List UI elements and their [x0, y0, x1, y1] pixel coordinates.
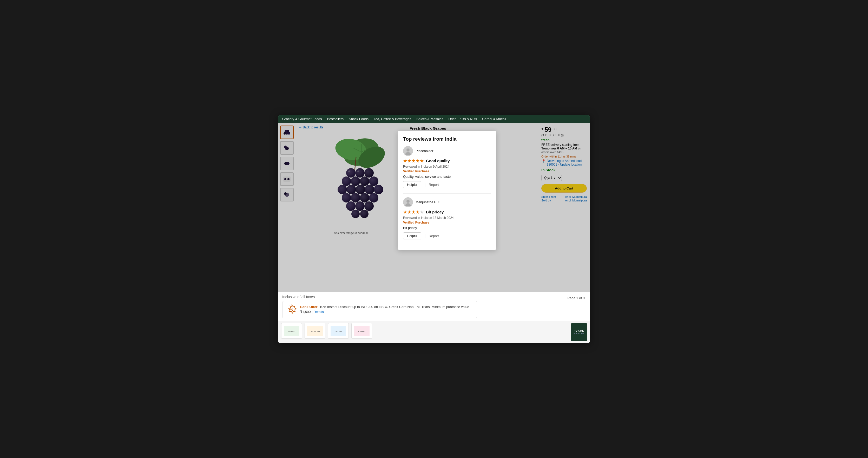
- thumbnail-1[interactable]: [280, 126, 294, 139]
- nav-bestsellers[interactable]: Bestsellers: [327, 117, 344, 121]
- helpful-button-2[interactable]: Helpful: [403, 233, 421, 239]
- svg-point-27: [346, 168, 355, 178]
- svg-text:Product: Product: [288, 330, 295, 332]
- strip-item-1[interactable]: Product: [281, 323, 302, 339]
- thumbnail-5[interactable]: [280, 188, 294, 202]
- review-text-2: Bit pricey: [403, 226, 491, 230]
- nav-tea-coffee[interactable]: Tea, Coffee & Beverages: [374, 117, 411, 121]
- review-item-2: Manjunatha H K ★★★★★ Bit pricey Reviewed…: [403, 197, 491, 239]
- svg-point-29: [355, 168, 365, 178]
- review-text-1: Quality, value, service and taste: [403, 175, 491, 179]
- svg-point-49: [374, 185, 383, 194]
- top-navigation: Grocery & Gourmet Foods Bestsellers Snac…: [278, 115, 590, 123]
- bank-offer-text: Bank Offer: 10% Instant Discount up to I…: [300, 304, 473, 314]
- delivery-info: FREE delivery starting from Tomorrow 6 A…: [541, 143, 587, 154]
- thumbnail-2[interactable]: [280, 141, 294, 155]
- reviews-title: Top reviews from India: [403, 136, 491, 142]
- nav-dried-fruits[interactable]: Dried Fruits & Nuts: [448, 117, 477, 121]
- svg-text:%: %: [290, 308, 293, 311]
- thumbnail-4[interactable]: [280, 172, 294, 186]
- main-content: ← Back to results: [278, 123, 590, 292]
- price-currency: ₹: [541, 127, 544, 131]
- product-title: Fresh Black Grapes: [410, 126, 534, 130]
- reviewer-row-1: Placeholder: [403, 146, 491, 156]
- bank-offer-icon: %: [287, 304, 297, 315]
- location-icon: 📍: [541, 159, 546, 163]
- svg-point-39: [369, 177, 378, 186]
- bottom-area: Inclusive of all taxes % Bank Offer: 10%…: [278, 292, 590, 321]
- back-to-results[interactable]: ← Back to results: [299, 126, 323, 129]
- zoom-hint: Roll over image to zoom in: [334, 231, 368, 235]
- review-rating-row-2: ★★★★★ Bit pricey: [403, 209, 491, 215]
- helpful-button-1[interactable]: Helpful: [403, 181, 421, 188]
- svg-point-55: [360, 193, 369, 203]
- order-within: Order within 11 hrs 39 mins: [541, 155, 587, 158]
- delivery-text: FREE delivery starting from: [541, 143, 580, 147]
- thumbnail-list: [278, 123, 296, 292]
- reviewer-row-2: Manjunatha H K: [403, 197, 491, 207]
- bottom-product-strip: Product CRUNCHY Product Product TE·A·ME: [278, 321, 590, 343]
- svg-point-67: [360, 210, 369, 218]
- add-to-cart-button[interactable]: Add to Cart: [541, 184, 587, 193]
- strip-item-3[interactable]: Product: [328, 323, 349, 339]
- in-stock-text: In Stock: [541, 168, 587, 172]
- svg-point-63: [364, 202, 374, 211]
- nav-cereal[interactable]: Cereal & Muesli: [482, 117, 506, 121]
- reviewer-name-1: Placeholder: [415, 149, 433, 153]
- seller-info: Ships From Aripl_Mumatpura Sold by Aripl…: [541, 195, 587, 202]
- review-actions-1: Helpful | Report: [403, 181, 491, 188]
- page-indicator: Page 1 of 9: [567, 296, 585, 300]
- nav-grocery[interactable]: Grocery & Gourmet Foods: [282, 117, 322, 121]
- review-item-1: Placeholder ★★★★★ Good quality Reviewed …: [403, 146, 491, 188]
- location-row: 📍 Delivering to Ahmedabad 380001 - Updat…: [541, 159, 587, 166]
- svg-point-3: [283, 132, 286, 135]
- svg-point-45: [356, 185, 365, 194]
- sold-by-value[interactable]: Aripl_Mumatpura: [565, 199, 587, 202]
- svg-point-4: [288, 132, 290, 135]
- te-ame-product[interactable]: TE·A·ME ICE COLD: [571, 323, 587, 341]
- strip-item-4[interactable]: Product: [351, 323, 372, 339]
- svg-point-11: [287, 178, 289, 180]
- quantity-selector[interactable]: Qty: 1 ∨ Qty: 2 Qty: 3: [541, 175, 562, 181]
- review-rating-row-1: ★★★★★ Good quality: [403, 158, 491, 164]
- product-main-image: [302, 131, 400, 230]
- svg-point-71: [405, 152, 411, 155]
- svg-point-70: [406, 148, 410, 152]
- strip-item-2[interactable]: CRUNCHY: [305, 323, 326, 339]
- review-headline-1: Good quality: [426, 158, 450, 163]
- delivery-time: Tomorrow 6 AM – 10 AM: [541, 147, 577, 150]
- price-per-unit: (₹11.80 / 100 g): [541, 133, 587, 137]
- review-actions-2: Helpful | Report: [403, 233, 491, 239]
- thumbnail-3[interactable]: [280, 157, 294, 170]
- svg-point-57: [369, 193, 378, 203]
- review-date-2: Reviewed in India on 13 March 2024: [403, 216, 491, 220]
- svg-point-33: [342, 177, 351, 186]
- report-button-2[interactable]: Report: [429, 234, 439, 238]
- location-link[interactable]: Delivering to Ahmedabad 380001 - Update …: [547, 159, 587, 166]
- report-button-1[interactable]: Report: [429, 183, 439, 187]
- verified-purchase-2: Verified Purchase: [403, 221, 491, 224]
- reviews-panel: Top reviews from India Placeholder ★★★★★…: [398, 131, 496, 250]
- price-sup: 00: [553, 127, 556, 131]
- svg-point-31: [364, 168, 374, 178]
- sold-by-row: Sold by Aripl_Mumatpura: [541, 199, 587, 202]
- nav-spices[interactable]: Spices & Masalas: [416, 117, 443, 121]
- nav-snack-foods[interactable]: Snack Foods: [349, 117, 369, 121]
- review-date-1: Reviewed in India on 9 April 2024: [403, 165, 491, 169]
- details-link[interactable]: Details: [313, 310, 324, 314]
- bank-offer-label: Bank Offer:: [300, 305, 319, 309]
- fresh-badge: fresh: [541, 138, 587, 142]
- product-image-area: ← Back to results: [296, 123, 405, 292]
- svg-point-72: [406, 200, 410, 203]
- svg-point-35: [351, 177, 360, 186]
- svg-point-51: [342, 193, 351, 203]
- reviewer-name-2: Manjunatha H K: [415, 200, 440, 204]
- svg-point-43: [347, 185, 356, 194]
- ships-from-value[interactable]: Aripl_Mumatpura: [565, 195, 587, 198]
- bank-offer-description: 10% Instant Discount up to INR 200 on HS…: [300, 305, 469, 314]
- svg-point-65: [351, 210, 360, 218]
- verified-purchase-1: Verified Purchase: [403, 170, 491, 173]
- action-divider-2: |: [424, 234, 426, 238]
- svg-point-59: [346, 202, 355, 211]
- svg-point-37: [360, 177, 369, 186]
